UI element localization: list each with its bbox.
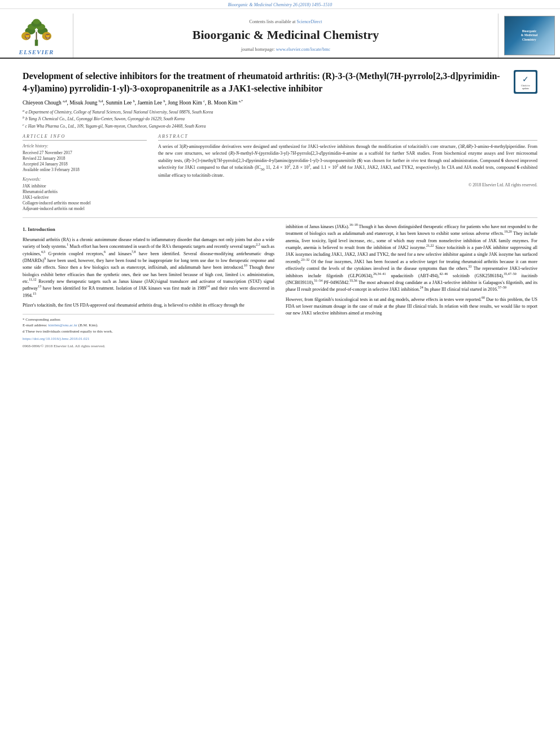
journal-cover-image: Bioorganic& MedicinalChemistry — [504, 16, 555, 55]
article-content: Development of selective inhibitors for … — [0, 59, 560, 355]
content-divider — [23, 217, 537, 218]
contents-text: Contents lists available at — [250, 19, 297, 24]
journal-header: 🦁 🦁 ELSEVIER Contents lists available at… — [0, 9, 560, 59]
footnote-email: E-mail address: kimbm@snu.ac.kr (B.M. Ki… — [23, 322, 274, 329]
journal-reference-text: Bioorganic & Medicinal Chemistry 26 (201… — [228, 2, 333, 7]
revised-date: Revised 22 January 2018 — [23, 156, 147, 161]
email-link[interactable]: kimbm@snu.ac.kr — [49, 323, 78, 327]
intro-para1: Rheumatoid arthritis (RA) is a chronic a… — [23, 237, 274, 300]
abstract-text: A series of 3(R)-aminopyrrolidine deriva… — [158, 143, 537, 179]
svg-rect-0 — [35, 40, 38, 46]
check-update-label: Check forupdates — [521, 84, 530, 90]
keywords-label: Keywords: — [23, 177, 147, 182]
svg-point-8 — [33, 19, 40, 24]
elsevier-tree-icon: 🦁 🦁 — [21, 16, 52, 47]
homepage-url: www.elsevier.com/locate/bmc — [276, 47, 330, 52]
author-misuk: Misuk Joung b,d, — [69, 100, 106, 106]
elsevier-logo-section: 🦁 🦁 ELSEVIER — [0, 14, 73, 58]
copyright-line: © 2018 Elsevier Ltd. All rights reserved… — [158, 182, 537, 187]
svg-text:🦁: 🦁 — [24, 33, 31, 40]
intro-para2: Pfizer's tofacitinib, the first US FDA-a… — [23, 302, 274, 309]
affil-c: c c Han Wha Pharma Co., Ltd., 109, Yagam… — [23, 123, 537, 129]
check-for-updates-badge: ✓ Check forupdates — [514, 70, 537, 94]
svg-rect-1 — [36, 32, 37, 40]
elsevier-logo: 🦁 🦁 ELSEVIER — [19, 16, 54, 55]
right-para1: inhibition of Janus kinases (JAKs).16–18… — [286, 224, 537, 294]
svg-text:🦁: 🦁 — [45, 33, 51, 40]
copyright-footer: 0968-0896/© 2018 Elsevier Ltd. All right… — [23, 343, 274, 350]
affil-b: b b Yang Ji Chemical Co., Ltd., Gyeonggi… — [23, 116, 537, 122]
received-date: Received 27 November 2017 — [23, 150, 147, 155]
footnote-corresponding: * Corresponding author. — [23, 317, 274, 323]
sciencedirect-link[interactable]: ScienceDirect — [297, 19, 322, 24]
body-left-column: 1. Introduction Rheumatoid arthritis (RA… — [23, 224, 274, 350]
journal-cover-section: Bioorganic& MedicinalChemistry — [498, 14, 560, 58]
elsevier-brand-text: ELSEVIER — [19, 49, 54, 55]
article-info-label: ARTICLE INFO — [23, 134, 147, 141]
check-icon: ✓ — [522, 75, 529, 84]
right-para2: However, from filgotinib's toxicological… — [286, 296, 537, 317]
info-abstract-section: ARTICLE INFO Article history: Received 2… — [23, 134, 537, 212]
authors-line: Chieyeon Chough a,d, Misuk Joung b,d, Su… — [23, 99, 537, 107]
accepted-date: Accepted 24 January 2018 — [23, 161, 147, 167]
body-right-column: inhibition of Janus kinases (JAKs).16–18… — [286, 224, 537, 350]
journal-title: Bioorganic & Medicinal Chemistry — [193, 28, 379, 42]
author-bmoon: B. Moon Kim a,* — [208, 100, 243, 106]
keyword-4: Collagen-induced arthritis mouse model — [23, 200, 147, 206]
abstract-label: ABSTRACT — [158, 134, 537, 141]
abstract-column: ABSTRACT A series of 3(R)-aminopyrrolidi… — [158, 134, 537, 212]
affil-a: a a Department of Chemistry, College of … — [23, 109, 537, 115]
available-date: Available online 3 February 2018 — [23, 167, 147, 172]
affiliations-section: a a Department of Chemistry, College of … — [23, 109, 537, 129]
footnote-section: * Corresponding author. E-mail address: … — [23, 314, 274, 350]
introduction-heading: 1. Introduction — [23, 226, 274, 234]
author-sunmin: Sunmin Lee b, — [106, 100, 137, 106]
homepage-text: journal homepage: — [241, 47, 276, 52]
author-jonghoon: Jong Hoon Kim c, — [168, 100, 208, 106]
keyword-2: Rheumatoid arthritis — [23, 189, 147, 194]
doi-text[interactable]: https://doi.org/10.1016/j.bmc.2018.01.02… — [23, 337, 89, 341]
article-title-section: Development of selective inhibitors for … — [23, 70, 537, 95]
journal-title-section: Contents lists available at ScienceDirec… — [73, 14, 498, 58]
journal-homepage-line: journal homepage: www.elsevier.com/locat… — [241, 47, 330, 52]
footnote-contributed: d These two individuals contributed equa… — [23, 329, 274, 335]
check-update-inner: ✓ Check forupdates — [515, 72, 536, 92]
author-jaemin: Jaemin Lee b, — [137, 100, 168, 106]
article-title: Development of selective inhibitors for … — [23, 70, 509, 95]
history-label: Article history: — [23, 143, 147, 148]
keyword-1: JAK inhibitor — [23, 184, 147, 189]
body-content: 1. Introduction Rheumatoid arthritis (RA… — [23, 224, 537, 350]
article-info-column: ARTICLE INFO Article history: Received 2… — [23, 134, 147, 212]
keyword-5: Adjuvant-induced arthritis rat model — [23, 206, 147, 211]
journal-reference-bar: Bioorganic & Medicinal Chemistry 26 (201… — [0, 0, 560, 9]
doi-line: https://doi.org/10.1016/j.bmc.2018.01.02… — [23, 336, 274, 342]
author-chieyeon: Chieyeon Chough a,d, — [23, 100, 69, 106]
contents-available-line: Contents lists available at ScienceDirec… — [250, 19, 322, 24]
keyword-3: JAK1-selective — [23, 195, 147, 200]
cover-text: Bioorganic& MedicinalChemistry — [521, 29, 537, 41]
